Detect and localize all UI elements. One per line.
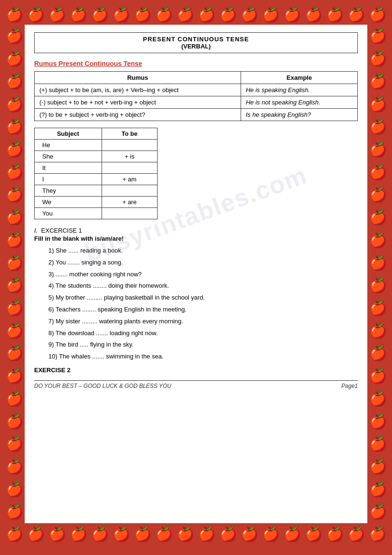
apple-icon: 🍎 — [156, 526, 172, 542]
list-item: 7) My sister ......... watering plants e… — [34, 317, 358, 327]
table-row: I + am — [35, 174, 158, 185]
apple-icon: 🍎 — [305, 526, 322, 542]
apple-icon: 🍎 — [305, 7, 322, 22]
side-borders: 🍎 🍎 🍎 🍎 🍎 🍎 🍎 🍎 🍎 🍎 🍎 🍎 🍎 🍎 🍎 🍎 🍎 🍎 🍎 🍎 … — [4, 25, 388, 523]
apple-icon: 🍎 — [370, 232, 386, 248]
apple-icon: 🍎 — [348, 7, 364, 22]
footer-left-text: DO YOUR BEST – GOOD LUCK & GOD BLESS YOU — [34, 383, 171, 389]
apple-icon: 🍎 — [6, 51, 23, 66]
apple-icon: 🍎 — [6, 323, 23, 339]
apple-icon: 🍎 — [28, 526, 44, 542]
example-cell: He is not speaking English. — [241, 96, 357, 109]
table-row: It — [35, 162, 158, 174]
apple-icon: 🍎 — [370, 209, 386, 225]
apple-icon: 🍎 — [6, 526, 23, 542]
item-text: 7) My sister ......... watering plants e… — [48, 317, 183, 327]
apple-icon: 🍎 — [262, 526, 279, 542]
exercise1-section: I. EXCERCISE 1 Fill in the blank with is… — [34, 227, 358, 362]
apple-icon: 🍎 — [6, 414, 23, 429]
apple-icon: 🍎 — [28, 7, 44, 22]
apple-icon: 🍎 — [370, 459, 386, 474]
section-heading: Rumus Present Continuous Tense — [34, 60, 358, 67]
apple-icon: 🍎 — [370, 28, 386, 44]
apple-icon: 🍎 — [177, 7, 194, 22]
table-row: He — [35, 140, 158, 151]
footer-bar: DO YOUR BEST – GOOD LUCK & GOD BLESS YOU… — [34, 380, 358, 389]
apple-icon: 🍎 — [134, 7, 151, 22]
apple-icon: 🍎 — [370, 436, 386, 452]
subject-cell: You — [35, 208, 102, 219]
apple-icon: 🍎 — [370, 277, 386, 293]
apple-icon: 🍎 — [70, 526, 87, 542]
apple-icon: 🍎 — [370, 187, 386, 202]
list-item: 2) You ....... singing a song. — [34, 258, 358, 268]
apple-icon: 🍎 — [6, 368, 23, 384]
apple-icon: 🍎 — [6, 164, 23, 180]
item-text: 6) Teachers ........ speaking English in… — [48, 305, 187, 315]
item-number — [34, 305, 47, 315]
list-item: 10) The whales ....... swimming in the s… — [34, 352, 358, 362]
table-row: (?) to be + subject + verb-ing + object?… — [35, 109, 358, 121]
apple-icon: 🍎 — [92, 526, 108, 542]
tobe-cell: + is — [102, 151, 157, 162]
item-number — [34, 246, 47, 256]
subject-cell: It — [35, 162, 102, 174]
apple-icon: 🍎 — [369, 526, 386, 542]
item-number — [34, 352, 47, 362]
table-row: You — [35, 208, 158, 219]
apple-icon: 🍎 — [6, 96, 23, 112]
apple-icon: 🍎 — [370, 300, 386, 316]
apple-icon: 🍎 — [6, 345, 23, 361]
item-number — [34, 270, 47, 280]
tobe-cell — [102, 140, 157, 151]
formula-cell: (-) subject + to be + not + verb-ing + o… — [35, 96, 241, 109]
apple-icon: 🍎 — [49, 526, 65, 542]
footer-right-text: Page1 — [341, 383, 358, 389]
table-row: She + is — [35, 151, 158, 162]
item-number — [34, 329, 47, 339]
apple-icon: 🍎 — [370, 164, 386, 180]
apple-icon: 🍎 — [284, 526, 300, 542]
apple-border-bottom: 🍎 🍎 🍎 🍎 🍎 🍎 🍎 🍎 🍎 🍎 🍎 🍎 🍎 🍎 🍎 🍎 🍎 🍎 — [4, 523, 388, 544]
apple-icon: 🍎 — [370, 96, 386, 112]
formula-cell: (?) to be + subject + verb-ing + object? — [35, 109, 241, 121]
apple-icon: 🍎 — [370, 481, 386, 497]
apple-icon: 🍎 — [156, 7, 172, 22]
formula-cell: (+) subject + to be (am, is, are) + Verb… — [35, 84, 241, 96]
subject-cell: He — [35, 140, 102, 151]
apple-icon: 🍎 — [284, 7, 300, 22]
list-item: 5) My brother ......... playing basketba… — [34, 293, 358, 303]
item-number — [34, 340, 47, 350]
apple-icon: 🍎 — [6, 187, 23, 202]
page-subtitle: (VERBAL) — [39, 43, 353, 50]
apple-icon: 🍎 — [262, 7, 279, 22]
item-number — [34, 293, 47, 303]
apple-icon: 🍎 — [327, 7, 343, 22]
exercise1-instruction: Fill in the blank with is/am/are! — [34, 235, 358, 242]
table-row: We + are — [35, 197, 158, 208]
tobe-cell: + am — [102, 174, 157, 185]
example-cell: He is speaking English. — [241, 84, 357, 96]
apple-icon: 🍎 — [92, 7, 108, 22]
apple-icon: 🍎 — [370, 119, 386, 134]
tobe-header: To be — [102, 128, 157, 140]
subject-cell: She — [35, 151, 102, 162]
item-text: 1) She ...... reading a book. — [48, 246, 123, 256]
apple-icon: 🍎 — [220, 7, 236, 22]
apple-icon: 🍎 — [6, 119, 23, 134]
apple-icon: 🍎 — [6, 209, 23, 225]
apple-icon: 🍎 — [113, 7, 130, 22]
apple-icon: 🍎 — [49, 7, 65, 22]
item-text: 2) You ....... singing a song. — [48, 258, 123, 268]
apple-icon: 🍎 — [6, 255, 23, 271]
list-item: 4) The students ........ doing their hom… — [34, 281, 358, 291]
apple-icon: 🍎 — [198, 526, 215, 542]
apple-icon: 🍎 — [6, 74, 23, 89]
exercise1-label: EXCERCISE 1 — [41, 227, 82, 234]
table-row: (+) subject + to be (am, is, are) + Verb… — [35, 84, 358, 96]
apple-icon: 🍎 — [220, 526, 236, 542]
apple-icon: 🍎 — [6, 28, 23, 44]
list-item: 9) The bird ..... flying in the sky. — [34, 340, 358, 350]
apple-icon: 🍎 — [6, 7, 23, 22]
apple-border-top: 🍎 🍎 🍎 🍎 🍎 🍎 🍎 🍎 🍎 🍎 🍎 🍎 🍎 🍎 🍎 🍎 🍎 🍎 — [4, 4, 388, 25]
